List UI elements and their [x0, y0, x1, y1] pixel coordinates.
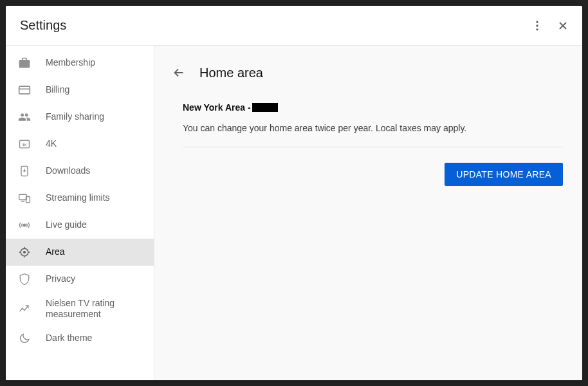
sidebar-item-4k[interactable]: 4K 4K [6, 131, 154, 158]
content-title: Home area [199, 66, 263, 80]
sidebar-item-membership[interactable]: Membership [6, 50, 154, 77]
download-icon [17, 164, 32, 178]
sidebar-item-label: Billing [46, 84, 69, 96]
moon-icon [17, 331, 32, 345]
modal-header: Settings [6, 6, 582, 46]
sidebar-item-nielsen[interactable]: Nielsen TV rating measurement [6, 293, 154, 325]
membership-icon [17, 56, 32, 70]
close-button[interactable] [550, 13, 576, 39]
svg-point-2 [536, 28, 538, 30]
modal-body: Membership Billing Family sharing 4K 4K [6, 46, 582, 380]
update-home-area-button[interactable]: Update Home Area [445, 163, 563, 186]
trending-icon [17, 302, 32, 316]
settings-sidebar: Membership Billing Family sharing 4K 4K [6, 46, 154, 380]
sidebar-item-label: 4K [46, 138, 57, 150]
current-area-row: New York Area - [183, 102, 563, 113]
redacted-zip [252, 103, 278, 112]
arrow-back-icon [172, 66, 186, 80]
sidebar-item-label: Membership [46, 57, 95, 69]
more-options-button[interactable] [524, 13, 550, 39]
location-icon [17, 245, 32, 259]
sidebar-item-streaming-limits[interactable]: Streaming limits [6, 185, 154, 212]
svg-rect-8 [19, 194, 27, 199]
sidebar-item-downloads[interactable]: Downloads [6, 158, 154, 185]
svg-point-10 [23, 224, 26, 227]
sidebar-item-billing[interactable]: Billing [6, 77, 154, 104]
people-icon [17, 110, 32, 124]
sidebar-item-area[interactable]: Area [6, 239, 154, 266]
live-icon [17, 218, 32, 232]
back-button[interactable] [171, 65, 187, 80]
devices-icon [17, 191, 32, 205]
sidebar-item-privacy[interactable]: Privacy [6, 266, 154, 293]
sidebar-item-label: Dark theme [46, 333, 92, 344]
home-area-section: New York Area - You can change your home… [171, 102, 563, 186]
svg-point-12 [23, 251, 26, 253]
sidebar-item-label: Privacy [46, 273, 75, 285]
content-area: Home area New York Area - You can change… [154, 46, 582, 380]
sidebar-item-label: Nielsen TV rating measurement [46, 298, 142, 320]
modal-title: Settings [20, 18, 524, 33]
sidebar-item-label: Streaming limits [46, 192, 110, 204]
svg-rect-3 [19, 86, 30, 94]
area-description: You can change your home area twice per … [183, 122, 563, 147]
more-vert-icon [531, 19, 544, 32]
svg-point-1 [536, 24, 538, 26]
sidebar-item-label: Family sharing [46, 111, 104, 123]
area-name: New York Area - [183, 102, 251, 113]
sidebar-item-label: Area [46, 246, 65, 258]
svg-point-0 [536, 21, 538, 23]
4k-icon: 4K [17, 137, 32, 151]
sidebar-item-label: Live guide [46, 219, 87, 231]
action-row: Update Home Area [183, 163, 563, 186]
credit-card-icon [17, 83, 32, 97]
shield-icon [17, 272, 32, 286]
close-icon [556, 19, 569, 32]
settings-modal: Settings Membership Billi [6, 6, 582, 380]
svg-text:4K: 4K [22, 143, 27, 147]
sidebar-item-label: Downloads [46, 165, 90, 177]
sidebar-item-live-guide[interactable]: Live guide [6, 212, 154, 239]
sidebar-item-family-sharing[interactable]: Family sharing [6, 104, 154, 131]
content-header: Home area [171, 65, 563, 80]
sidebar-item-dark-theme[interactable]: Dark theme [6, 325, 154, 352]
